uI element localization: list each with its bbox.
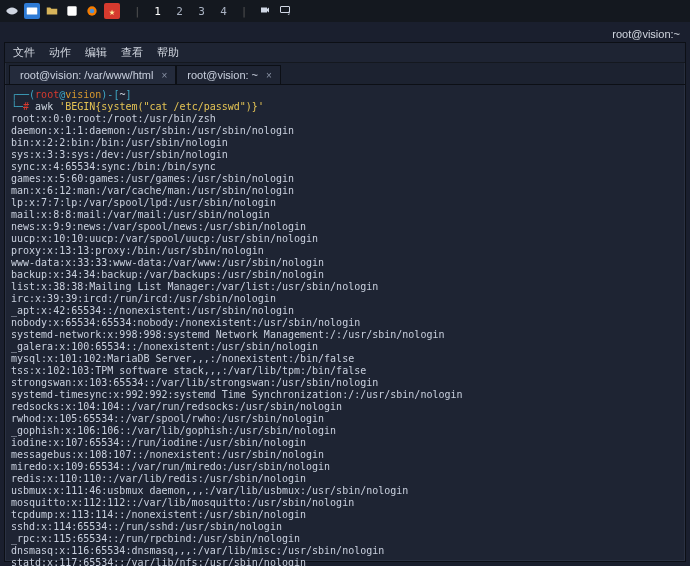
tabbar: root@vision: /var/www/html×root@vision: …: [5, 63, 685, 85]
workspace-divider: |: [134, 5, 141, 18]
firefox-icon[interactable]: [84, 3, 100, 19]
flag-app-icon[interactable]: ★: [104, 3, 120, 19]
svg-rect-0: [27, 8, 38, 15]
close-icon[interactable]: ×: [266, 70, 272, 81]
terminal-window: 文件动作编辑查看帮助 root@vision: /var/www/html×ro…: [4, 42, 686, 562]
kali-menu-icon[interactable]: [4, 3, 20, 19]
menu-item[interactable]: 帮助: [157, 45, 179, 60]
workspace-3[interactable]: 3: [195, 5, 209, 18]
tab-label: root@vision: ~: [187, 69, 258, 81]
terminal-tab[interactable]: root@vision: /var/www/html×: [9, 65, 176, 84]
terminal-output[interactable]: ┌──(root@vision)-[~] └─# awk 'BEGIN{syst…: [5, 85, 685, 566]
window-title-host: root@vision:~: [612, 28, 680, 40]
file-manager-icon[interactable]: [24, 3, 40, 19]
svg-text:2: 2: [288, 11, 291, 16]
menu-item[interactable]: 查看: [121, 45, 143, 60]
workspace-divider: |: [241, 5, 248, 18]
workspace-4[interactable]: 4: [217, 5, 231, 18]
folder-icon[interactable]: [44, 3, 60, 19]
menu-item[interactable]: 动作: [49, 45, 71, 60]
os-taskbar: ★ | 1234 | 2: [0, 0, 690, 22]
close-icon[interactable]: ×: [161, 70, 167, 81]
display-icon[interactable]: 2: [279, 4, 291, 19]
menubar: 文件动作编辑查看帮助: [5, 43, 685, 63]
workspace-1[interactable]: 1: [151, 5, 165, 18]
record-icon[interactable]: [259, 4, 271, 19]
svg-point-3: [90, 9, 95, 14]
app-icon[interactable]: [64, 3, 80, 19]
svg-rect-1: [67, 6, 76, 15]
menu-item[interactable]: 文件: [13, 45, 35, 60]
svg-rect-4: [261, 7, 267, 12]
menu-item[interactable]: 编辑: [85, 45, 107, 60]
terminal-tab[interactable]: root@vision: ~×: [176, 65, 281, 84]
tab-label: root@vision: /var/www/html: [20, 69, 153, 81]
workspace-2[interactable]: 2: [173, 5, 187, 18]
